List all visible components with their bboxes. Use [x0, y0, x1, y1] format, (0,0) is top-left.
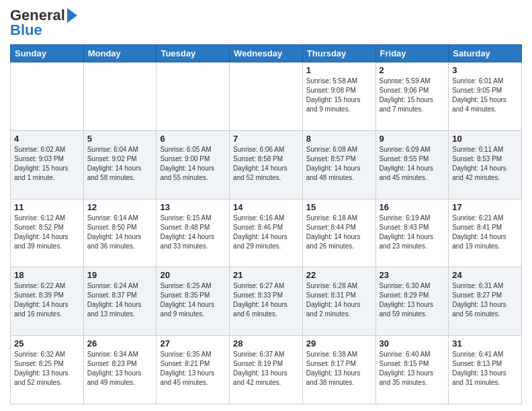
- calendar-cell: 23Sunrise: 6:30 AM Sunset: 8:29 PM Dayli…: [375, 267, 449, 336]
- day-number: 18: [14, 270, 80, 280]
- day-info: Sunrise: 6:34 AM Sunset: 8:23 PM Dayligh…: [87, 350, 153, 387]
- day-info: Sunrise: 6:41 AM Sunset: 8:13 PM Dayligh…: [452, 350, 518, 387]
- calendar-cell: 22Sunrise: 6:28 AM Sunset: 8:31 PM Dayli…: [302, 267, 375, 336]
- day-info: Sunrise: 6:25 AM Sunset: 8:35 PM Dayligh…: [160, 281, 226, 319]
- col-header-tuesday: Tuesday: [157, 45, 230, 62]
- calendar-cell: 9Sunrise: 6:09 AM Sunset: 8:55 PM Daylig…: [375, 130, 449, 199]
- calendar-cell: 28Sunrise: 6:37 AM Sunset: 8:19 PM Dayli…: [230, 336, 303, 404]
- calendar-cell: 12Sunrise: 6:14 AM Sunset: 8:50 PM Dayli…: [83, 199, 157, 267]
- day-number: 1: [306, 65, 372, 75]
- day-number: 14: [233, 202, 299, 212]
- calendar-cell: 19Sunrise: 6:24 AM Sunset: 8:37 PM Dayli…: [83, 267, 157, 336]
- calendar-cell: [11, 62, 84, 131]
- calendar-cell: 27Sunrise: 6:35 AM Sunset: 8:21 PM Dayli…: [157, 336, 230, 404]
- calendar-cell: 13Sunrise: 6:15 AM Sunset: 8:48 PM Dayli…: [157, 199, 230, 267]
- day-info: Sunrise: 6:08 AM Sunset: 8:57 PM Dayligh…: [306, 145, 372, 183]
- calendar-cell: 31Sunrise: 6:41 AM Sunset: 8:13 PM Dayli…: [449, 336, 522, 404]
- day-number: 5: [87, 134, 153, 144]
- day-info: Sunrise: 6:35 AM Sunset: 8:21 PM Dayligh…: [160, 350, 226, 387]
- day-number: 25: [14, 338, 80, 349]
- day-info: Sunrise: 6:24 AM Sunset: 8:37 PM Dayligh…: [87, 281, 153, 319]
- calendar-cell: 2Sunrise: 5:59 AM Sunset: 9:06 PM Daylig…: [375, 62, 449, 131]
- day-info: Sunrise: 6:04 AM Sunset: 9:02 PM Dayligh…: [87, 145, 153, 183]
- day-number: 20: [160, 270, 226, 280]
- calendar-cell: 6Sunrise: 6:05 AM Sunset: 9:00 PM Daylig…: [157, 130, 230, 199]
- calendar-cell: 20Sunrise: 6:25 AM Sunset: 8:35 PM Dayli…: [157, 267, 230, 336]
- calendar-cell: 26Sunrise: 6:34 AM Sunset: 8:23 PM Dayli…: [83, 336, 157, 404]
- logo-arrow-icon: [67, 8, 77, 23]
- day-info: Sunrise: 6:01 AM Sunset: 9:05 PM Dayligh…: [452, 77, 518, 114]
- day-info: Sunrise: 6:22 AM Sunset: 8:39 PM Dayligh…: [14, 281, 80, 319]
- day-number: 30: [380, 338, 445, 349]
- day-info: Sunrise: 6:37 AM Sunset: 8:19 PM Dayligh…: [233, 350, 299, 387]
- day-info: Sunrise: 6:06 AM Sunset: 8:58 PM Dayligh…: [233, 145, 299, 183]
- calendar-cell: [157, 62, 230, 131]
- day-info: Sunrise: 6:30 AM Sunset: 8:29 PM Dayligh…: [380, 281, 445, 319]
- day-info: Sunrise: 5:59 AM Sunset: 9:06 PM Dayligh…: [380, 77, 445, 114]
- col-header-friday: Friday: [375, 45, 449, 62]
- calendar-cell: 25Sunrise: 6:32 AM Sunset: 8:25 PM Dayli…: [11, 336, 84, 404]
- day-info: Sunrise: 6:09 AM Sunset: 8:55 PM Dayligh…: [380, 145, 445, 183]
- day-number: 24: [452, 270, 518, 280]
- calendar-cell: [83, 62, 157, 131]
- day-number: 7: [233, 134, 299, 144]
- calendar-cell: 14Sunrise: 6:16 AM Sunset: 8:46 PM Dayli…: [230, 199, 303, 267]
- day-info: Sunrise: 6:14 AM Sunset: 8:50 PM Dayligh…: [87, 214, 153, 251]
- day-number: 13: [160, 202, 226, 212]
- day-info: Sunrise: 6:28 AM Sunset: 8:31 PM Dayligh…: [306, 281, 372, 319]
- calendar-table: SundayMondayTuesdayWednesdayThursdayFrid…: [10, 44, 522, 404]
- day-info: Sunrise: 6:40 AM Sunset: 8:15 PM Dayligh…: [380, 350, 445, 387]
- day-info: Sunrise: 6:05 AM Sunset: 9:00 PM Dayligh…: [160, 145, 226, 183]
- day-info: Sunrise: 6:31 AM Sunset: 8:27 PM Dayligh…: [452, 281, 518, 319]
- col-header-thursday: Thursday: [302, 45, 375, 62]
- day-number: 8: [306, 134, 372, 144]
- day-number: 16: [380, 202, 445, 212]
- day-number: 3: [452, 65, 518, 75]
- day-info: Sunrise: 6:12 AM Sunset: 8:52 PM Dayligh…: [14, 214, 80, 251]
- day-info: Sunrise: 6:27 AM Sunset: 8:33 PM Dayligh…: [233, 281, 299, 319]
- day-info: Sunrise: 6:19 AM Sunset: 8:43 PM Dayligh…: [380, 214, 445, 251]
- day-info: Sunrise: 6:32 AM Sunset: 8:25 PM Dayligh…: [14, 350, 80, 387]
- day-info: Sunrise: 6:16 AM Sunset: 8:46 PM Dayligh…: [233, 214, 299, 251]
- day-number: 11: [14, 202, 80, 212]
- calendar-cell: 16Sunrise: 6:19 AM Sunset: 8:43 PM Dayli…: [375, 199, 449, 267]
- day-number: 26: [87, 338, 153, 349]
- calendar-cell: 4Sunrise: 6:02 AM Sunset: 9:03 PM Daylig…: [11, 130, 84, 199]
- calendar-cell: 24Sunrise: 6:31 AM Sunset: 8:27 PM Dayli…: [449, 267, 522, 336]
- day-number: 28: [233, 338, 299, 349]
- day-number: 2: [380, 65, 445, 75]
- day-number: 17: [452, 202, 518, 212]
- calendar-cell: 15Sunrise: 6:18 AM Sunset: 8:44 PM Dayli…: [302, 199, 375, 267]
- day-info: Sunrise: 6:18 AM Sunset: 8:44 PM Dayligh…: [306, 214, 372, 251]
- logo-blue: Blue: [10, 21, 42, 39]
- calendar-cell: 8Sunrise: 6:08 AM Sunset: 8:57 PM Daylig…: [302, 130, 375, 199]
- calendar-cell: 11Sunrise: 6:12 AM Sunset: 8:52 PM Dayli…: [11, 199, 84, 267]
- day-number: 9: [380, 134, 445, 144]
- calendar-cell: 29Sunrise: 6:38 AM Sunset: 8:17 PM Dayli…: [302, 336, 375, 404]
- day-info: Sunrise: 5:58 AM Sunset: 9:08 PM Dayligh…: [306, 77, 372, 114]
- day-number: 22: [306, 270, 372, 280]
- calendar-cell: 1Sunrise: 5:58 AM Sunset: 9:08 PM Daylig…: [302, 62, 375, 131]
- calendar-cell: 30Sunrise: 6:40 AM Sunset: 8:15 PM Dayli…: [375, 336, 449, 404]
- day-info: Sunrise: 6:21 AM Sunset: 8:41 PM Dayligh…: [452, 214, 518, 251]
- day-number: 27: [160, 338, 226, 349]
- calendar-cell: 10Sunrise: 6:11 AM Sunset: 8:53 PM Dayli…: [449, 130, 522, 199]
- day-number: 10: [452, 134, 518, 144]
- header: General Blue: [10, 7, 522, 39]
- calendar-cell: 3Sunrise: 6:01 AM Sunset: 9:05 PM Daylig…: [449, 62, 522, 131]
- calendar-cell: 5Sunrise: 6:04 AM Sunset: 9:02 PM Daylig…: [83, 130, 157, 199]
- day-number: 19: [87, 270, 153, 280]
- day-number: 31: [452, 338, 518, 349]
- col-header-sunday: Sunday: [11, 45, 84, 62]
- day-number: 12: [87, 202, 153, 212]
- calendar-cell: 21Sunrise: 6:27 AM Sunset: 8:33 PM Dayli…: [230, 267, 303, 336]
- day-info: Sunrise: 6:15 AM Sunset: 8:48 PM Dayligh…: [160, 214, 226, 251]
- day-number: 29: [306, 338, 372, 349]
- page: General Blue SundayMondayTuesdayWednesda…: [0, 0, 532, 411]
- day-number: 15: [306, 202, 372, 212]
- day-info: Sunrise: 6:11 AM Sunset: 8:53 PM Dayligh…: [452, 145, 518, 183]
- calendar-cell: [230, 62, 303, 131]
- calendar-cell: 17Sunrise: 6:21 AM Sunset: 8:41 PM Dayli…: [449, 199, 522, 267]
- day-info: Sunrise: 6:38 AM Sunset: 8:17 PM Dayligh…: [306, 350, 372, 387]
- logo: General Blue: [10, 7, 77, 39]
